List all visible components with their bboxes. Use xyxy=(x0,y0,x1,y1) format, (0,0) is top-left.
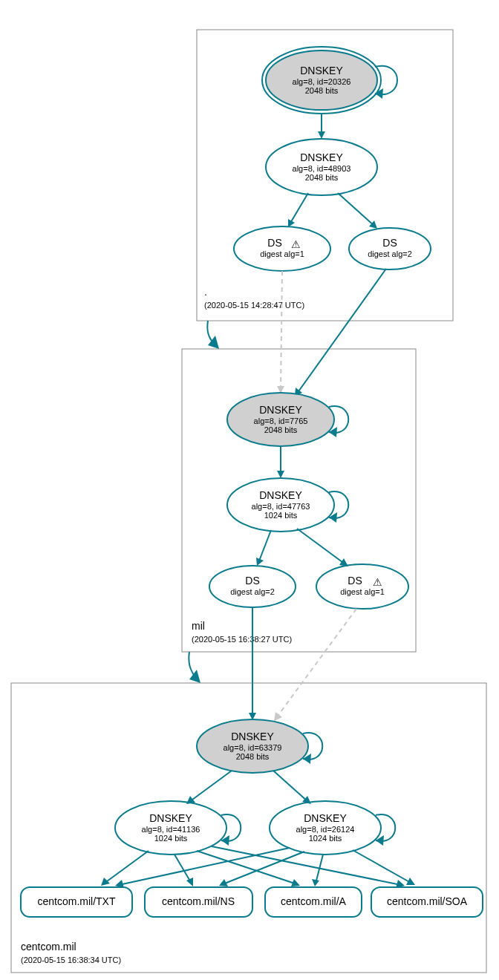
root-ksk-title: DNSKEY xyxy=(300,65,343,76)
mil-zsk-sub2: 1024 bits xyxy=(264,511,298,520)
zone-root-timestamp: (2020-05-15 14:28:47 UTC) xyxy=(204,301,304,310)
svg-marker-13 xyxy=(189,670,200,683)
svg-marker-2 xyxy=(318,131,325,139)
mil-ksk-sub1: alg=8, id=7765 xyxy=(254,416,308,425)
mil-ds1-title: DS xyxy=(348,575,362,587)
root-ksk-sub2: 2048 bits xyxy=(305,86,339,95)
zone-mil-timestamp: (2020-05-15 16:38:27 UTC) xyxy=(192,635,292,644)
centcom-ksk-sub1: alg=8, id=63379 xyxy=(224,743,282,752)
centcom-zsk2-sub1: alg=8, id=26124 xyxy=(296,825,355,834)
root-zsk-sub2: 2048 bits xyxy=(305,173,339,182)
centcom-zsk1-sub1: alg=8, id=41136 xyxy=(142,825,200,834)
rr-ns-label: centcom.mil/NS xyxy=(162,895,235,907)
warning-icon: ⚠ xyxy=(373,576,382,588)
centcom-zsk2-sub2: 1024 bits xyxy=(309,834,342,843)
root-ds1-title: DS xyxy=(267,237,281,249)
svg-marker-15 xyxy=(274,712,282,721)
centcom-zsk1-sub2: 1024 bits xyxy=(154,834,188,843)
mil-zsk-title: DNSKEY xyxy=(259,489,302,501)
dnssec-diagram: DNSKEY alg=8, id=20326 2048 bits DNSKEY … xyxy=(0,0,499,980)
mil-ksk-title: DNSKEY xyxy=(259,404,302,416)
zone-centcom-label: centcom.mil xyxy=(21,941,76,953)
root-ksk-sub1: alg=8, id=20326 xyxy=(293,77,351,86)
root-zsk-sub1: alg=8, id=48903 xyxy=(293,164,351,173)
root-ds2-title: DS xyxy=(382,237,397,249)
mil-ds2-title: DS xyxy=(245,575,259,587)
mil-ds1-node xyxy=(316,564,408,609)
centcom-zsk2-title: DNSKEY xyxy=(304,812,347,824)
mil-ksk-sub2: 2048 bits xyxy=(264,425,298,434)
root-zsk-title: DNSKEY xyxy=(300,151,343,163)
svg-marker-10 xyxy=(277,471,284,478)
rr-soa-label: centcom.mil/SOA xyxy=(387,895,468,907)
centcom-ksk-title: DNSKEY xyxy=(231,731,274,742)
root-ds1-sub: digest alg=1 xyxy=(260,249,304,258)
centcom-zsk1-title: DNSKEY xyxy=(149,812,192,824)
mil-zsk-sub1: alg=8, id=47763 xyxy=(252,502,310,511)
svg-marker-12 xyxy=(339,558,348,566)
svg-marker-27 xyxy=(312,879,319,886)
mil-ds2-sub: digest alg=2 xyxy=(230,587,275,596)
mil-ds1-sub: digest alg=1 xyxy=(340,587,385,596)
mil-ds2-node xyxy=(209,566,296,607)
warning-icon: ⚠ xyxy=(291,238,301,250)
svg-marker-21 xyxy=(101,878,110,886)
root-ds1-node xyxy=(234,226,330,271)
root-ds2-node xyxy=(349,228,431,270)
rr-txt-label: centcom.mil/TXT xyxy=(37,895,115,907)
root-ds2-sub: digest alg=2 xyxy=(368,249,412,258)
zone-mil-label: mil xyxy=(192,620,205,632)
centcom-ksk-sub2: 2048 bits xyxy=(236,752,270,761)
zone-centcom-timestamp: (2020-05-15 16:38:34 UTC) xyxy=(21,956,121,964)
zone-root-label: . xyxy=(204,286,207,298)
rr-a-label: centcom.mil/A xyxy=(281,895,347,907)
